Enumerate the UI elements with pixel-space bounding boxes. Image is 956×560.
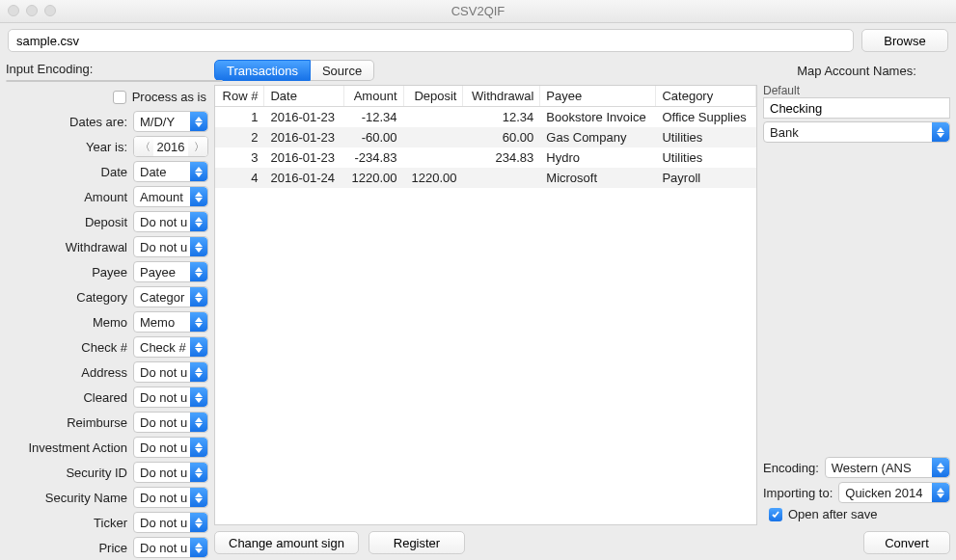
input-encoding-select[interactable] bbox=[6, 80, 223, 82]
close-icon[interactable] bbox=[8, 5, 19, 16]
svg-marker-14 bbox=[195, 292, 203, 297]
svg-marker-16 bbox=[195, 317, 203, 322]
importing-to-value: Quicken 2014 bbox=[845, 486, 922, 500]
field-mapping-select[interactable]: Do not u bbox=[133, 437, 208, 458]
field-mapping-select[interactable]: Do not u bbox=[133, 361, 208, 383]
field-mapping-select[interactable]: Check # bbox=[133, 336, 208, 358]
table-row[interactable]: 22016-01-23-60.0060.00Gas CompanyUtiliti… bbox=[215, 127, 756, 147]
file-path-input[interactable] bbox=[8, 29, 854, 52]
browse-button[interactable]: Browse bbox=[861, 29, 948, 52]
column-header[interactable]: Amount bbox=[343, 86, 403, 107]
field-mapping-select[interactable]: Do not u bbox=[133, 387, 208, 408]
cell bbox=[403, 147, 463, 168]
cell: Microsoft bbox=[540, 168, 656, 188]
field-mapping-select[interactable]: Payee bbox=[133, 261, 208, 282]
svg-marker-33 bbox=[195, 523, 203, 528]
field-label: Security Name bbox=[6, 491, 127, 505]
minimize-icon[interactable] bbox=[26, 5, 38, 16]
cell: 2016-01-24 bbox=[264, 168, 343, 188]
column-header[interactable]: Row # bbox=[215, 86, 264, 107]
table-row[interactable]: 42016-01-241220.001220.00MicrosoftPayrol… bbox=[215, 168, 756, 188]
chevron-updown-icon bbox=[190, 112, 207, 131]
svg-marker-26 bbox=[195, 442, 203, 447]
table-row[interactable]: 12016-01-23-12.3412.34Bookstore InvoiceO… bbox=[215, 107, 756, 128]
column-header[interactable]: Payee bbox=[540, 86, 656, 107]
field-mapping-select[interactable]: Categor bbox=[133, 286, 208, 307]
change-amount-sign-button[interactable]: Change amount sign bbox=[214, 531, 359, 554]
dates-are-select[interactable]: M/D/Y bbox=[133, 111, 208, 132]
svg-marker-22 bbox=[195, 392, 203, 397]
svg-marker-3 bbox=[195, 122, 203, 127]
cell: -60.00 bbox=[343, 127, 403, 147]
svg-marker-25 bbox=[195, 423, 203, 428]
column-header[interactable]: Withdrawal bbox=[463, 86, 540, 107]
chevron-updown-icon bbox=[932, 458, 949, 477]
convert-button[interactable]: Convert bbox=[863, 531, 950, 554]
cell: Bookstore Invoice bbox=[540, 107, 656, 128]
file-toolbar: Browse bbox=[0, 23, 956, 58]
column-header[interactable]: Deposit bbox=[403, 86, 463, 107]
cell bbox=[403, 107, 463, 128]
field-mapping-select[interactable]: Do not u bbox=[133, 487, 208, 508]
svg-marker-27 bbox=[195, 448, 203, 453]
svg-marker-20 bbox=[195, 367, 203, 372]
zoom-icon[interactable] bbox=[44, 5, 56, 16]
svg-marker-24 bbox=[195, 417, 203, 422]
field-label: Security ID bbox=[6, 466, 127, 480]
field-mapping-select[interactable]: Do not u bbox=[133, 211, 208, 232]
chevron-updown-icon bbox=[190, 162, 207, 181]
field-mapping-select[interactable]: Do not u bbox=[133, 412, 208, 433]
cell: 2016-01-23 bbox=[264, 107, 343, 128]
transactions-table[interactable]: Row #DateAmountDepositWithdrawalPayeeCat… bbox=[214, 85, 757, 525]
default-account-input[interactable] bbox=[763, 97, 950, 119]
cell: 4 bbox=[215, 168, 264, 188]
field-label: Reimburse bbox=[6, 415, 127, 430]
svg-marker-23 bbox=[195, 398, 203, 403]
register-button[interactable]: Register bbox=[369, 531, 465, 554]
field-mapping-select[interactable]: Do not u bbox=[133, 462, 208, 483]
encoding-label: Encoding: bbox=[763, 461, 819, 475]
account-type-select[interactable]: Bank bbox=[763, 121, 950, 143]
cell bbox=[403, 127, 463, 147]
field-label: Address bbox=[6, 365, 127, 380]
table-row[interactable]: 32016-01-23-234.83234.83HydroUtilities bbox=[215, 147, 756, 168]
year-prev-button[interactable]: 〈 bbox=[134, 137, 153, 156]
field-mapping-select[interactable]: Do not u bbox=[133, 537, 208, 558]
svg-marker-4 bbox=[195, 167, 203, 172]
default-label: Default bbox=[763, 84, 950, 97]
chevron-updown-icon bbox=[190, 387, 207, 407]
window-title: CSV2QIF bbox=[0, 4, 956, 18]
cell bbox=[463, 168, 540, 188]
year-next-button[interactable]: 〉 bbox=[188, 137, 207, 156]
column-header[interactable]: Date bbox=[264, 86, 343, 107]
tab-source[interactable]: Source bbox=[311, 60, 374, 81]
column-header[interactable]: Category bbox=[656, 86, 756, 107]
year-stepper[interactable]: 〈 2016 〉 bbox=[133, 136, 208, 157]
cell: Gas Company bbox=[540, 127, 656, 147]
svg-marker-29 bbox=[195, 473, 203, 478]
field-mapping-select[interactable]: Date bbox=[133, 161, 208, 182]
importing-to-select[interactable]: Quicken 2014 bbox=[838, 482, 950, 503]
field-mapping-value: Check # bbox=[140, 340, 186, 355]
field-mapping-select[interactable]: Memo bbox=[133, 311, 208, 333]
svg-marker-8 bbox=[195, 217, 203, 222]
field-mapping-value: Payee bbox=[140, 265, 176, 280]
svg-marker-6 bbox=[195, 192, 203, 197]
tab-transactions[interactable]: Transactions bbox=[214, 60, 311, 81]
svg-marker-32 bbox=[195, 518, 203, 522]
field-mapping-value: Amount bbox=[140, 190, 183, 204]
field-mapping-select[interactable]: Amount bbox=[133, 186, 208, 207]
svg-marker-15 bbox=[195, 298, 203, 303]
svg-marker-41 bbox=[937, 468, 944, 473]
field-mapping-value: Do not u bbox=[140, 466, 187, 480]
field-mapping-select[interactable]: Do not u bbox=[133, 236, 208, 257]
output-encoding-select[interactable]: Western (ANS bbox=[825, 457, 950, 478]
titlebar: CSV2QIF bbox=[0, 0, 956, 23]
process-as-is-checkbox[interactable] bbox=[113, 91, 126, 104]
svg-marker-13 bbox=[195, 273, 203, 278]
svg-marker-17 bbox=[195, 323, 203, 328]
cell: Utilities bbox=[656, 127, 756, 147]
open-after-save-checkbox[interactable] bbox=[769, 508, 782, 521]
field-mapping-select[interactable]: Do not u bbox=[133, 512, 208, 533]
chevron-updown-icon bbox=[190, 187, 207, 206]
